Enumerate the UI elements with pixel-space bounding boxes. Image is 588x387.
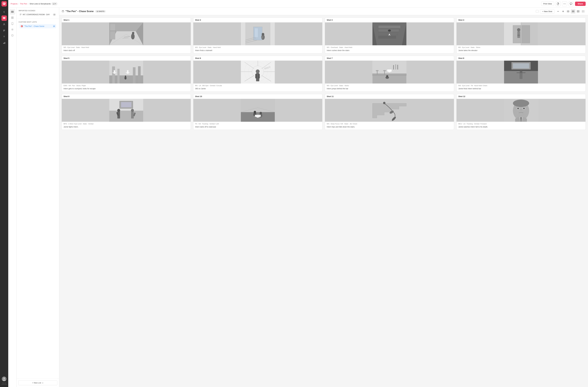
shot-9-image [62,99,191,122]
svg-rect-138 [258,74,260,78]
svg-point-147 [383,70,386,71]
svg-point-19 [564,3,565,4]
shot-9-label: Shot 9 [62,94,191,99]
view-filmstrip[interactable] [581,9,585,14]
svg-rect-87 [255,28,258,37]
svg-text:?: ? [12,35,13,36]
version-badge[interactable]: v2 ▾ [52,2,57,5]
filter-icon[interactable] [1,34,7,39]
svg-rect-60 [577,12,578,12]
grid-tool[interactable] [10,15,15,20]
mobile-tool[interactable] [10,21,15,26]
shot-card-9[interactable]: Shot 9 [62,94,191,130]
select-all-checkbox[interactable] [536,10,539,13]
svg-point-179 [254,111,256,113]
storyboard-tool[interactable] [10,9,15,14]
more-options-button[interactable] [562,1,567,6]
shot-card-10[interactable]: Shot 10 [193,94,322,130]
view-list[interactable] [571,9,575,14]
svg-rect-24 [11,12,12,13]
svg-rect-37 [20,15,21,15]
help-tool[interactable]: ? [10,33,15,38]
svg-point-193 [513,100,529,107]
projects-link[interactable]: Projects [11,3,18,5]
comment-button[interactable] [568,1,574,6]
svg-rect-26 [11,17,12,18]
svg-point-161 [520,70,523,73]
svg-rect-109 [522,25,530,43]
target-icon: 🎯 [21,25,23,27]
shot-card-3[interactable]: Shot 3 [325,18,454,53]
custom-list-count: 12 [53,25,55,27]
view-small-grid[interactable] [576,9,580,14]
shot-9-meta: MFS · 2-Shot / Eye Level · Static · Gimb… [62,122,191,125]
view-large-grid[interactable] [566,9,570,14]
custom-list-chase-scene[interactable]: 🎯 "The Pen" - Chase Scene 12 [20,24,56,28]
svg-rect-118 [133,67,136,84]
file-icon-button[interactable] [556,1,561,6]
chart-icon[interactable] [1,40,7,46]
shot-12-image [457,99,586,122]
project-link[interactable]: The Pen [20,3,27,5]
shot-card-2[interactable]: Shot 2 [193,18,322,53]
svg-rect-64 [582,11,583,11]
shot-card-1[interactable]: Shot 1 [62,18,191,53]
shot-4-image [457,23,586,45]
new-shot-button[interactable]: + New Shot [540,9,554,14]
svg-point-111 [517,28,520,31]
zoom-minus-button[interactable] [556,9,560,14]
new-list-button[interactable]: + New List [18,380,57,385]
svg-rect-166 [121,102,131,107]
svg-rect-55 [578,10,578,11]
shot-card-8[interactable]: Shot 8 [456,56,586,92]
svg-rect-146 [384,71,385,75]
app-icon[interactable] [1,16,7,21]
svg-point-197 [523,108,525,109]
shot-card-5[interactable]: Shot 5 [62,56,191,92]
svg-rect-149 [395,64,396,69]
shot-11-image [325,99,454,122]
shot-9-desc: Jamie fights Intern. [62,125,191,130]
list-icon[interactable] [1,28,7,33]
storyboard-area: "The Pen" - Chase Scene 12 SHOTS + New S… [59,8,588,387]
svg-rect-57 [577,11,578,12]
scene-item-conference-room[interactable]: INT. CONFERENCE ROOM - DAY 0 [19,13,57,17]
svg-rect-48 [568,10,569,11]
shot-10-label: Shot 10 [193,94,322,99]
zoom-plus-button[interactable] [561,9,565,14]
user-avatar[interactable] [2,377,6,381]
shot-card-6[interactable]: Shot 6 [193,56,322,92]
svg-rect-137 [255,74,257,78]
shot-card-12[interactable]: Shot 12 [456,94,586,130]
settings-tool[interactable] [10,27,15,32]
shot-12-desc: Jamie watches Intern fall to his death. [457,125,586,130]
scene-clapboard-icon [62,10,64,13]
svg-point-16 [3,378,5,379]
svg-rect-78 [110,24,115,31]
svg-rect-15 [5,42,5,44]
shot-card-4[interactable]: Shot 4 [456,18,586,53]
svg-point-6 [4,23,4,24]
custom-shot-lists-title: CUSTOM SHOT LISTS [19,21,57,23]
back-nav-icon[interactable] [1,9,7,15]
shot-1-meta: WS · Eye Level · Static · Hand Held [62,45,191,49]
svg-rect-50 [568,12,569,12]
svg-rect-67 [584,11,584,11]
svg-rect-47 [567,10,568,11]
shot-4-desc: Jamie takes the elevator [457,49,586,53]
shot-2-image [193,23,322,45]
svg-rect-51 [572,10,574,11]
person-icon[interactable] [1,22,7,27]
shot-card-11[interactable]: Shot 11 [325,94,454,130]
svg-rect-22 [11,11,12,12]
shot-5-label: Shot 5 [62,56,191,61]
app-logo[interactable] [1,1,7,6]
svg-point-171 [131,109,134,112]
shot-2-meta: WS · Eye Level · Static · Hand Held [193,45,322,49]
print-view-button[interactable]: Print View [541,2,554,6]
shot-card-7[interactable]: Shot 7 [325,56,454,92]
shot-7-label: Shot 7 [325,56,454,61]
share-button[interactable]: Share [575,2,586,6]
shot-1-desc: Intern darts off [62,49,191,53]
shot-6-desc: 360 on Jamie [193,87,322,91]
